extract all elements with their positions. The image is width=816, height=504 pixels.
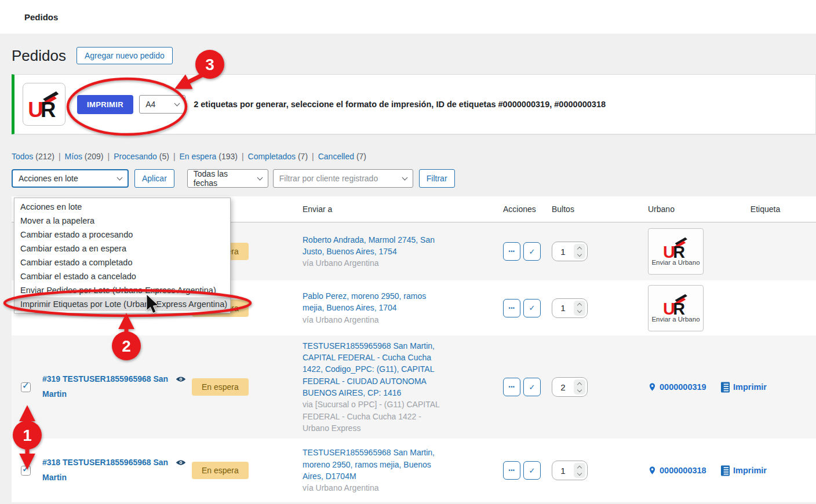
order-link[interactable]: #319 TESTUSER1855965968 San Martin [42, 372, 178, 402]
chevron-up-icon [577, 465, 582, 470]
tracking-number: 0000000319 [660, 382, 706, 392]
apply-button[interactable]: Aplicar [134, 169, 174, 188]
add-new-order-button[interactable]: Agregar nuevo pedido [76, 47, 173, 64]
via-text: via [Sucursal o PPC] - (G11) CAPITAL FED… [303, 399, 449, 434]
separator: | [312, 152, 314, 161]
bultos-value: 1 [552, 466, 574, 476]
separator: | [59, 152, 61, 161]
list-toolbar: Acciones en lote Aplicar Todas las fecha… [12, 169, 816, 188]
via-text: vía Urbano Argentina [303, 482, 449, 494]
filter-button[interactable]: Filtrar [419, 169, 455, 188]
row-complete-button[interactable]: ✓ [523, 378, 541, 396]
menu-item-acciones-en-lote[interactable]: Acciones en lote [14, 200, 230, 214]
urbano-logo [663, 294, 688, 315]
menu-item-enviar-pedidos-lote[interactable]: Enviar Pedidos por Lote (Urbano Express … [14, 283, 230, 297]
ship-to-link[interactable]: TESTUSER1855965968 San Martin, moreno 29… [303, 448, 435, 481]
order-link[interactable]: #318 TESTUSER1855965968 San Martin [42, 455, 178, 485]
menu-item-estado-cancelado[interactable]: Cambiar el estado a cancelado [14, 269, 230, 283]
topbar: Pedidos [0, 0, 816, 34]
ship-to-link[interactable]: TESTUSER1855965968 San Martin, CAPITAL F… [303, 341, 435, 397]
enviar-a-urbano-label: Enviar a Urbano [651, 316, 700, 323]
chevron-up-icon [577, 246, 582, 251]
imprimir-label-link[interactable]: Imprimir [721, 382, 816, 393]
print-document-icon [721, 465, 730, 476]
print-document-icon [721, 382, 730, 393]
status-filter-todos[interactable]: Todos (212) [12, 152, 54, 161]
imprimir-label-link[interactable]: Imprimir [721, 465, 816, 476]
menu-item-estado-procesando[interactable]: Cambiar estado a procesando [14, 228, 230, 242]
chevron-up-icon [577, 382, 582, 386]
table-row: ✓ #318 TESTUSER1855965968 San Martin En … [12, 439, 816, 502]
urbano-logo-box [23, 83, 65, 126]
menu-item-imprimir-etiquetas-lote[interactable]: Imprimir Etiquetas por Lote (Urbano Expr… [14, 297, 230, 311]
eye-icon[interactable] [176, 375, 186, 383]
imprimir-button[interactable]: IMPRIMIR [77, 95, 133, 114]
status-filter-completados[interactable]: Completados (7) [248, 152, 308, 161]
bultos-stepper[interactable]: 2 [552, 377, 588, 397]
enviar-a-urbano-button[interactable]: Enviar a Urbano [648, 285, 704, 331]
ship-to-link[interactable]: Pablo Perez, moreno 2950, ramos mejia, B… [303, 291, 426, 312]
dates-select[interactable]: Todas las fechas [187, 169, 268, 188]
status-badge: En espera [192, 378, 249, 396]
imprimir-label-text: Imprimir [733, 382, 767, 392]
separator: | [108, 152, 110, 161]
status-filter-procesando[interactable]: Procesando (5) [114, 152, 169, 161]
chevron-down-icon [577, 470, 582, 475]
urbano-logo [28, 91, 60, 118]
enviar-a-urbano-label: Enviar a Urbano [651, 259, 700, 266]
customer-filter-placeholder: Filtrar por cliente registrado [279, 174, 378, 183]
print-format-value: A4 [145, 100, 155, 109]
labels-notice-banner: IMPRIMIR A4 2 etiquetas por generar, sel… [12, 74, 816, 134]
status-filter-en-espera[interactable]: En espera (193) [180, 152, 238, 161]
separator: | [173, 152, 176, 161]
separator: | [242, 152, 244, 161]
status-badge: En espera [192, 462, 249, 479]
row-actions-more-button[interactable]: ••• [503, 461, 520, 480]
eye-icon[interactable] [176, 459, 186, 466]
menu-item-estado-en-espera[interactable]: Cambiar estado a en espera [14, 242, 230, 255]
banner-message: 2 etiquetas por generar, seleccione el f… [194, 100, 606, 109]
bultos-value: 1 [552, 247, 574, 257]
status-filter-mios[interactable]: Míos (209) [65, 152, 104, 161]
topbar-title: Pedidos [24, 12, 58, 22]
status-filter-cancelled[interactable]: Cancelled (7) [318, 152, 366, 161]
bultos-stepper[interactable]: 1 [552, 298, 588, 318]
dates-value: Todas las fechas [194, 169, 253, 188]
row-complete-button[interactable]: ✓ [523, 299, 541, 317]
imprimir-label-text: Imprimir [733, 466, 767, 475]
menu-item-mover-papelera[interactable]: Mover a la papelera [14, 214, 230, 228]
chevron-up-icon [577, 303, 582, 308]
stepper-arrows[interactable] [574, 301, 585, 316]
chevron-down-icon [117, 175, 123, 181]
header-enviar-a: Enviar a [301, 204, 501, 214]
bulk-actions-menu: Acciones en lote Mover a la papelera Cam… [14, 198, 231, 313]
row-checkbox-checked[interactable]: ✓ [21, 382, 31, 392]
tracking-link[interactable]: 0000000318 [648, 465, 715, 476]
urbano-logo [663, 237, 688, 258]
chevron-down-icon [402, 175, 407, 181]
row-complete-button[interactable]: ✓ [523, 461, 541, 480]
bulk-actions-select[interactable]: Acciones en lote [12, 169, 129, 188]
stepper-arrows[interactable] [574, 463, 585, 478]
bultos-stepper[interactable]: 1 [552, 242, 588, 261]
tracking-link[interactable]: 0000000319 [648, 381, 715, 393]
chevron-down-icon [577, 308, 582, 313]
row-actions-more-button[interactable]: ••• [503, 378, 520, 396]
via-text: vía Urbano Argentina [303, 314, 449, 326]
row-actions-more-button[interactable]: ••• [503, 299, 520, 317]
customer-filter-select[interactable]: Filtrar por cliente registrado [273, 169, 413, 188]
stepper-arrows[interactable] [574, 379, 585, 395]
ship-to-link[interactable]: Roberto Andrada, Marmol 2745, San Justo,… [303, 235, 435, 256]
chevron-down-icon [577, 387, 582, 392]
row-complete-button[interactable]: ✓ [523, 242, 541, 261]
chevron-down-icon [577, 251, 582, 256]
via-text: vía Urbano Argentina [303, 257, 449, 269]
menu-item-estado-completado[interactable]: Cambiar estado a completado [14, 255, 230, 269]
enviar-a-urbano-button[interactable]: Enviar a Urbano [648, 228, 704, 275]
row-checkbox-checked[interactable]: ✓ [21, 466, 31, 476]
header-bultos: Bultos [550, 204, 610, 214]
print-format-select[interactable]: A4 [139, 95, 185, 114]
row-actions-more-button[interactable]: ••• [503, 242, 520, 261]
bultos-stepper[interactable]: 1 [552, 461, 588, 480]
stepper-arrows[interactable] [574, 244, 585, 259]
